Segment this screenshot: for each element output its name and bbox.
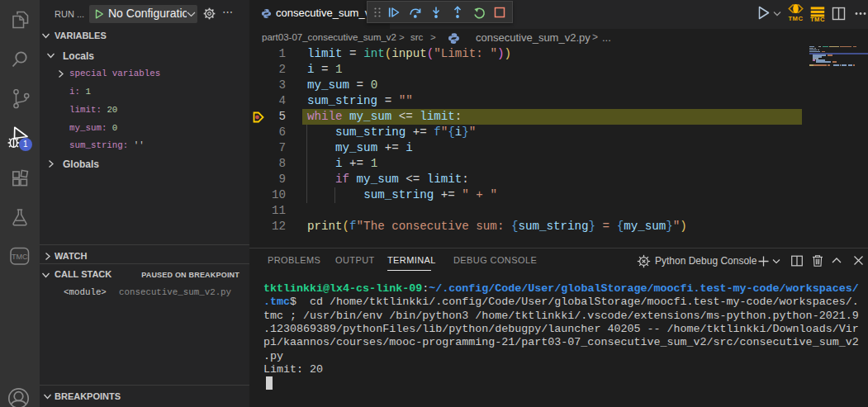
svg-text:TMC: TMC	[788, 15, 803, 22]
svg-text:TMC: TMC	[12, 253, 28, 261]
svg-text:TMC: TMC	[810, 16, 825, 22]
